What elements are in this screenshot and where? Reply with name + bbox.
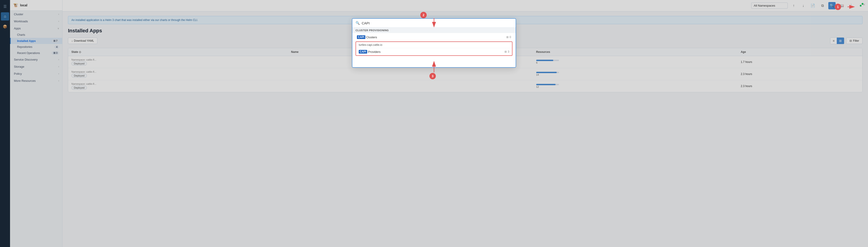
nested-count-icon: ⊞ <box>504 50 507 53</box>
nested-domain: turtles-capi.cattle.io <box>356 42 512 48</box>
nested-result-box: turtles-capi.cattle.io CAPI Providers ⊞ … <box>355 41 513 56</box>
annotation-3: 3 <box>429 73 436 79</box>
search-result-capi-clusters[interactable]: CAPI Clusters ⊞ 0 <box>352 33 516 41</box>
nested-result-capi-providers[interactable]: CAPI Providers ⊞ 3 <box>356 48 512 56</box>
result-count: 0 <box>509 36 511 39</box>
search-modal: × 🔍 Cluster Provisioning CAPI Clusters ⊞… <box>352 18 516 68</box>
capi-highlight-nested: CAPI <box>359 50 367 54</box>
annotation-2: 2 <box>420 12 427 18</box>
search-input[interactable] <box>362 21 513 25</box>
nested-result-meta: ⊞ 3 <box>504 50 509 53</box>
search-empty-space <box>352 58 516 67</box>
nested-result-count: 3 <box>508 50 509 53</box>
result-label: CAPI Clusters <box>357 35 377 39</box>
count-icon: ⊞ <box>506 36 508 39</box>
result-meta: ⊞ 0 <box>506 36 511 39</box>
search-icon: 🔍 <box>355 21 360 25</box>
search-input-wrap: 🔍 <box>352 19 516 28</box>
search-section-cluster-provisioning: Cluster Provisioning <box>352 28 516 33</box>
nested-result-label: CAPI Providers <box>359 50 381 54</box>
annotation-1: 1 <box>835 4 841 10</box>
capi-highlight: CAPI <box>357 35 365 39</box>
search-overlay[interactable]: 1 2 3 × 🔍 Cluster Provisioning <box>0 0 868 247</box>
